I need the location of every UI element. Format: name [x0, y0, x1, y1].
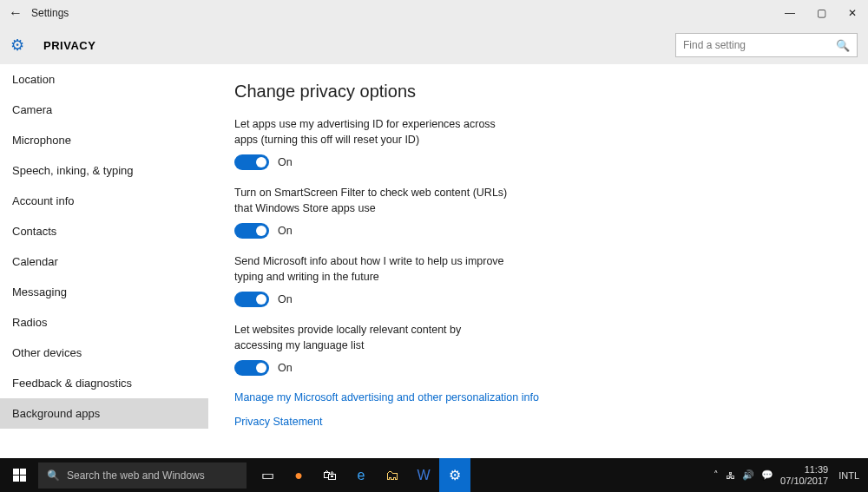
search-placeholder: Find a setting — [683, 39, 746, 51]
option-advertising-id: Let apps use my advertising ID for exper… — [234, 117, 512, 170]
edge-icon[interactable]: e — [345, 458, 377, 492]
maximize-button[interactable]: ▢ — [806, 0, 837, 26]
gear-icon: ⚙ — [0, 36, 35, 55]
sidebar-item-radios[interactable]: Radios — [0, 307, 208, 338]
toggle-language-list[interactable] — [234, 360, 269, 376]
window-title: Settings — [31, 7, 69, 19]
toggle-smartscreen[interactable] — [234, 223, 269, 239]
header: ⚙ PRIVACY Find a setting 🔍 — [0, 26, 868, 64]
sidebar-item-speech[interactable]: Speech, inking, & typing — [0, 155, 208, 186]
sidebar-item-camera[interactable]: Camera — [0, 95, 208, 125]
body: Location Camera Microphone Speech, inkin… — [0, 64, 868, 458]
toggle-state: On — [278, 293, 293, 305]
volume-icon[interactable]: 🔊 — [742, 469, 754, 481]
option-desc: Let websites provide locally relevant co… — [234, 323, 512, 353]
minimize-button[interactable]: — — [774, 0, 806, 26]
content-heading: Change privacy options — [234, 82, 842, 102]
toggle-state: On — [278, 225, 293, 237]
date-text: 07/10/2017 — [780, 476, 828, 486]
page-title: PRIVACY — [43, 39, 95, 52]
sidebar-item-feedback[interactable]: Feedback & diagnostics — [0, 368, 208, 398]
sidebar-item-location[interactable]: Location — [0, 64, 208, 95]
toggle-state: On — [278, 362, 293, 374]
titlebar: ← Settings — ▢ ✕ — [0, 0, 868, 26]
toggle-advertising-id[interactable] — [234, 154, 269, 170]
settings-window: ← Settings — ▢ ✕ ⚙ PRIVACY Find a settin… — [0, 0, 868, 458]
toggle-typing-info[interactable] — [234, 292, 269, 307]
privacy-statement-link[interactable]: Privacy Statement — [234, 416, 842, 428]
search-icon: 🔍 — [836, 39, 850, 52]
sidebar-item-account-info[interactable]: Account info — [0, 186, 208, 216]
toggle-state: On — [278, 156, 293, 168]
option-desc: Let apps use my advertising ID for exper… — [234, 117, 512, 148]
start-button[interactable] — [0, 458, 38, 492]
option-smartscreen: Turn on SmartScreen Filter to check web … — [234, 186, 512, 239]
option-typing-info: Send Microsoft info about how I write to… — [234, 254, 512, 307]
sidebar-item-contacts[interactable]: Contacts — [0, 216, 208, 246]
search-icon: 🔍 — [47, 469, 60, 482]
sidebar-item-messaging[interactable]: Messaging — [0, 277, 208, 307]
task-view-button[interactable]: ▭ — [252, 458, 283, 492]
chevron-up-icon[interactable]: ˄ — [713, 469, 719, 481]
back-button[interactable]: ← — [0, 5, 31, 21]
taskbar: 🔍 Search the web and Windows ▭ ● 🛍 e 🗂 W… — [0, 458, 868, 492]
option-desc: Send Microsoft info about how I write to… — [234, 254, 512, 285]
store-icon[interactable]: 🛍 — [314, 458, 345, 492]
firefox-icon[interactable]: ● — [283, 458, 314, 492]
notifications-icon[interactable]: 💬 — [761, 469, 773, 481]
clock[interactable]: 11:39 07/10/2017 — [780, 464, 828, 485]
option-desc: Turn on SmartScreen Filter to check web … — [234, 186, 512, 216]
time-text: 11:39 — [780, 464, 828, 475]
network-icon[interactable]: 🖧 — [726, 470, 735, 481]
sidebar-item-calendar[interactable]: Calendar — [0, 246, 208, 277]
word-icon[interactable]: W — [408, 458, 439, 492]
windows-logo-icon — [13, 469, 26, 482]
taskbar-search[interactable]: 🔍 Search the web and Windows — [38, 462, 247, 489]
option-language-list: Let websites provide locally relevant co… — [234, 323, 512, 376]
content-area: Change privacy options Let apps use my a… — [208, 64, 868, 458]
system-tray[interactable]: ˄ 🖧 🔊 💬 11:39 07/10/2017 INTL — [713, 464, 868, 485]
manage-advertising-link[interactable]: Manage my Microsoft advertising and othe… — [234, 391, 842, 403]
search-input[interactable]: Find a setting 🔍 — [675, 33, 858, 57]
taskbar-items: ▭ ● 🛍 e 🗂 W ⚙ — [252, 458, 470, 492]
lang-text[interactable]: INTL — [838, 470, 859, 481]
sidebar-item-other-devices[interactable]: Other devices — [0, 338, 208, 368]
sidebar: Location Camera Microphone Speech, inkin… — [0, 64, 208, 458]
close-button[interactable]: ✕ — [837, 0, 868, 26]
sidebar-item-background-apps[interactable]: Background apps — [0, 398, 208, 429]
file-explorer-icon[interactable]: 🗂 — [377, 458, 408, 492]
taskbar-search-placeholder: Search the web and Windows — [67, 469, 205, 482]
sidebar-item-microphone[interactable]: Microphone — [0, 125, 208, 155]
settings-taskbar-icon[interactable]: ⚙ — [439, 458, 470, 492]
